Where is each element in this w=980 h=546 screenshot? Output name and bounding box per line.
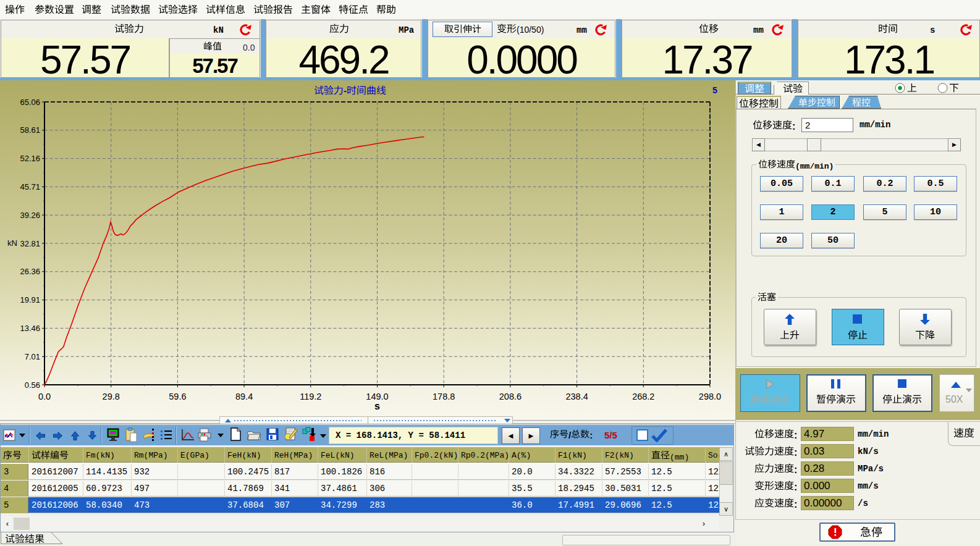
svg-text:119.2: 119.2	[300, 392, 321, 401]
svg-text:65.06: 65.06	[20, 98, 40, 107]
svg-text:298.0: 298.0	[699, 392, 721, 401]
svg-text:89.4: 89.4	[235, 392, 253, 401]
svg-text:178.8: 178.8	[433, 392, 455, 401]
svg-text:s: s	[374, 401, 380, 411]
svg-text:238.4: 238.4	[565, 392, 588, 401]
svg-text:268.2: 268.2	[632, 392, 654, 401]
svg-text:39.26: 39.26	[20, 211, 40, 220]
svg-text:26.36: 26.36	[20, 267, 40, 276]
svg-text:58.61: 58.61	[20, 125, 40, 135]
svg-text:7.01: 7.01	[25, 352, 40, 361]
svg-text:59.6: 59.6	[169, 392, 186, 401]
svg-text:13.46: 13.46	[20, 324, 40, 333]
svg-text:0.0: 0.0	[38, 392, 51, 401]
svg-text:19.91: 19.91	[20, 295, 40, 304]
svg-text:45.71: 45.71	[20, 182, 40, 191]
svg-text:208.6: 208.6	[499, 392, 522, 401]
svg-text:kN: kN	[7, 238, 17, 248]
svg-text:0.56: 0.56	[25, 380, 40, 390]
svg-text:52.16: 52.16	[20, 154, 40, 163]
svg-text:29.8: 29.8	[103, 392, 120, 401]
svg-text:32.81: 32.81	[20, 239, 40, 248]
svg-text:149.0: 149.0	[366, 392, 388, 401]
